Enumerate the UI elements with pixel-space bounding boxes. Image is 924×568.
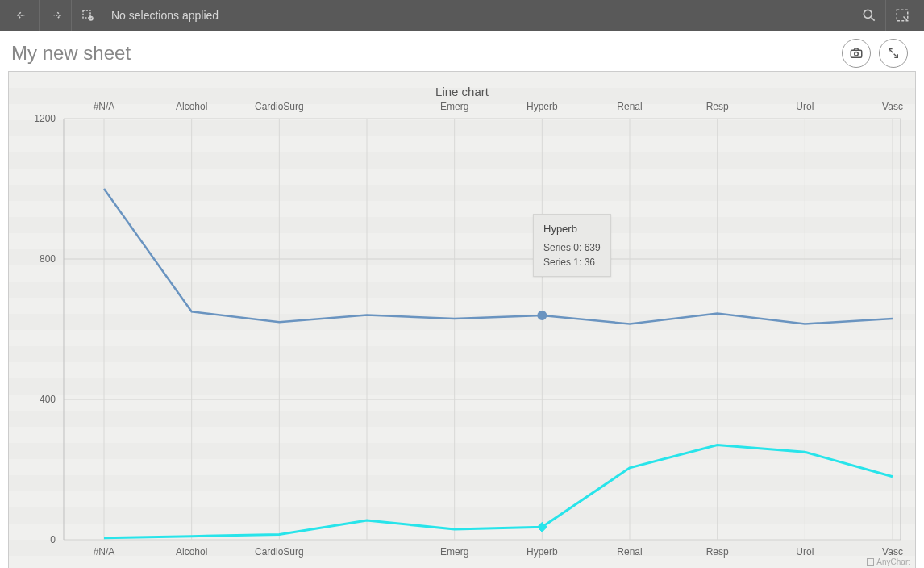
snapshot-button[interactable] xyxy=(842,39,871,68)
x-tick-top: Renal xyxy=(617,101,642,112)
sheet-title-row: My new sheet xyxy=(0,31,924,71)
step-forward-button[interactable] xyxy=(39,0,71,31)
svg-point-22 xyxy=(537,311,547,320)
x-tick: Alcohol xyxy=(176,546,207,558)
y-tick: 800 xyxy=(23,253,56,265)
x-tick-top: Vasc xyxy=(882,101,903,112)
svg-point-5 xyxy=(855,52,859,56)
anychart-watermark[interactable]: AnyChart xyxy=(867,558,910,566)
x-tick-top: Emerg xyxy=(440,101,468,112)
tooltip-line: Series 0: 639 xyxy=(543,240,601,255)
x-tick: #N/A xyxy=(94,546,115,558)
x-tick-top: Urol xyxy=(796,101,814,112)
chart-title: Line chart xyxy=(9,72,915,98)
x-tick: Urol xyxy=(796,546,814,558)
chart-tooltip: Hyperb Series 0: 639 Series 1: 36 xyxy=(533,214,611,277)
selections-status-text: No selections applied xyxy=(111,9,219,22)
chart-svg xyxy=(64,119,901,540)
chart-plot-area[interactable]: 04008001200#N/A#N/AAlcoholAlcoholCardioS… xyxy=(64,119,901,540)
y-tick: 400 xyxy=(23,394,56,405)
tooltip-category: Hyperb xyxy=(543,221,601,237)
x-tick-top: #N/A xyxy=(94,101,115,112)
x-tick-top: CardioSurg xyxy=(255,101,304,112)
y-tick: 0 xyxy=(23,534,56,545)
selections-toolbar: No selections applied xyxy=(0,0,924,31)
x-tick-top: Hyperb xyxy=(527,101,558,112)
sheet-title: My new sheet xyxy=(11,42,131,65)
tooltip-line: Series 1: 36 xyxy=(543,255,601,269)
x-tick: Hyperb xyxy=(527,546,558,558)
search-button[interactable] xyxy=(853,0,885,31)
clear-selections-button[interactable] xyxy=(71,0,103,31)
anychart-icon xyxy=(867,558,874,566)
x-tick: Emerg xyxy=(440,546,468,558)
svg-rect-4 xyxy=(851,50,862,57)
x-tick: Vasc xyxy=(882,546,903,558)
x-tick: Renal xyxy=(617,546,642,558)
x-tick-top: Alcohol xyxy=(176,101,207,112)
x-tick-top: Resp xyxy=(706,101,729,112)
chart-container[interactable]: Line chart 04008001200#N/A#N/AAlcoholAlc… xyxy=(8,71,916,568)
svg-point-2 xyxy=(864,10,872,18)
selections-tool-button[interactable] xyxy=(885,0,918,31)
fullscreen-button[interactable] xyxy=(879,39,908,68)
y-tick: 1200 xyxy=(23,113,56,124)
x-tick: Resp xyxy=(706,546,729,558)
x-tick: CardioSurg xyxy=(255,546,304,558)
step-back-button[interactable] xyxy=(6,0,39,31)
